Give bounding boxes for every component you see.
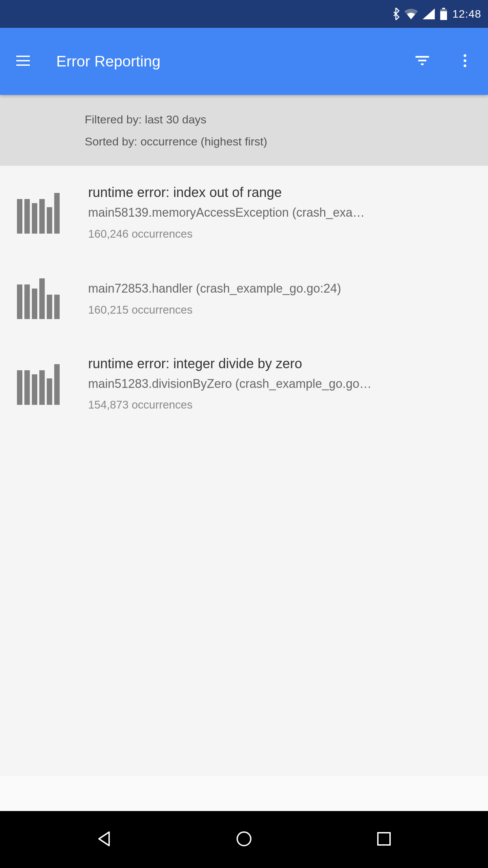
error-occurrences: 154,873 occurrences — [88, 395, 471, 415]
svg-point-9 — [464, 54, 466, 57]
recent-apps-icon — [377, 831, 391, 848]
more-vertical-icon — [463, 54, 467, 69]
bar-chart-icon — [17, 278, 61, 319]
error-subtitle: main51283.divisionByZero (crash_example_… — [88, 373, 471, 395]
svg-point-12 — [237, 832, 251, 846]
filter-button[interactable] — [406, 45, 439, 78]
error-item[interactable]: main72853.handler (crash_example_go.go:2… — [0, 261, 488, 337]
status-bar: 12:48 — [0, 0, 488, 28]
svg-rect-5 — [16, 64, 30, 66]
error-list: runtime error: index out of range main58… — [0, 166, 488, 776]
back-button[interactable] — [87, 823, 121, 856]
back-icon — [96, 830, 113, 849]
sorted-by-text: Sorted by: occurrence (highest first) — [85, 131, 478, 153]
svg-rect-8 — [421, 63, 424, 65]
error-title: runtime error: index out of range — [88, 183, 471, 202]
filter-info-bar: Filtered by: last 30 days Sorted by: occ… — [0, 95, 488, 166]
home-button[interactable] — [227, 823, 261, 856]
error-text-block: main72853.handler (crash_example_go.go:2… — [88, 278, 471, 320]
status-icons: 12:48 — [392, 8, 481, 20]
error-occurrences: 160,246 occurrences — [88, 224, 471, 244]
app-bar: Error Reporting — [0, 28, 488, 95]
svg-point-11 — [464, 64, 466, 67]
svg-rect-13 — [378, 833, 390, 845]
svg-rect-3 — [16, 56, 30, 57]
error-subtitle: main72853.handler (crash_example_go.go:2… — [88, 278, 471, 300]
error-title: runtime error: integer divide by zero — [88, 354, 471, 373]
bar-chart-icon — [17, 193, 61, 234]
filtered-by-text: Filtered by: last 30 days — [85, 108, 478, 131]
error-occurrences: 160,215 occurrences — [88, 300, 471, 320]
svg-rect-2 — [440, 11, 447, 20]
error-text-block: runtime error: integer divide by zero ma… — [88, 354, 471, 415]
home-icon — [236, 830, 252, 849]
bluetooth-icon — [392, 8, 400, 20]
status-time: 12:48 — [452, 8, 481, 20]
navigation-bar — [0, 811, 488, 868]
error-item[interactable]: runtime error: index out of range main58… — [0, 166, 488, 261]
more-options-button[interactable] — [449, 45, 481, 78]
svg-rect-0 — [442, 8, 445, 9]
error-text-block: runtime error: index out of range main58… — [88, 183, 471, 244]
page-title: Error Reporting — [56, 53, 396, 70]
svg-point-10 — [464, 59, 466, 62]
error-subtitle: main58139.memoryAccessException (crash_e… — [88, 202, 471, 224]
recent-apps-button[interactable] — [367, 823, 401, 856]
svg-rect-4 — [16, 60, 30, 61]
svg-rect-6 — [415, 56, 429, 58]
cellular-signal-icon — [423, 8, 435, 19]
menu-button[interactable] — [7, 45, 39, 78]
hamburger-icon — [16, 56, 30, 67]
error-item[interactable]: runtime error: integer divide by zero ma… — [0, 337, 488, 432]
battery-icon — [440, 8, 448, 20]
wifi-icon — [404, 8, 418, 19]
bar-chart-icon — [17, 364, 61, 405]
svg-rect-7 — [418, 60, 426, 61]
filter-icon — [415, 56, 429, 67]
